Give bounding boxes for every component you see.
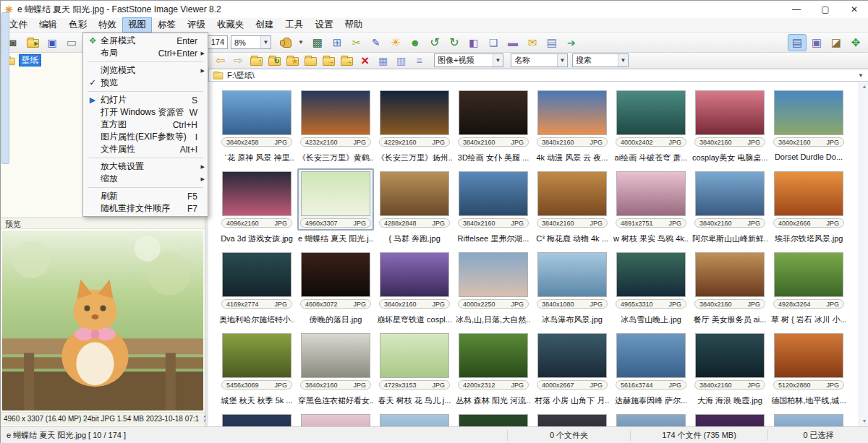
menu-创建[interactable]: 创建 <box>250 17 280 33</box>
rotate-left-button[interactable]: ↺ <box>425 34 444 51</box>
thumbnail-cell[interactable]: 3840x2458JPG゛花 原神 风景 神里... <box>218 85 295 166</box>
delete-button[interactable]: × <box>356 53 374 68</box>
thumbnail-image[interactable] <box>537 333 607 378</box>
thumbnail-image[interactable] <box>301 414 370 426</box>
thumbnail-cell[interactable] <box>692 409 768 426</box>
close-button[interactable]: ✕ <box>840 1 868 18</box>
thumbnail-cell[interactable]: 3840x2160JPG穿黑色连衣裙好看女... <box>297 328 374 409</box>
menu-magnifier[interactable]: 放大镜设置▶ <box>83 160 208 173</box>
open-file-button[interactable]: ▸ <box>23 34 42 51</box>
fullscreen-button[interactable]: ✥ <box>846 34 865 51</box>
red-eye-removal-button[interactable]: ☻ <box>406 34 425 51</box>
detail-view-button[interactable]: ▥ <box>392 53 410 68</box>
menu-帮助[interactable]: 帮助 <box>339 17 369 33</box>
menu-preview[interactable]: ✓预览 <box>83 77 208 89</box>
refresh-folder-button[interactable]: ↻ <box>265 53 284 68</box>
viewer-mode-button[interactable]: ▣ <box>807 34 826 51</box>
maximize-button[interactable]: ▢ <box>811 1 840 18</box>
search-select[interactable]: 搜索 ▼ <box>572 53 629 67</box>
scroll-up-icon[interactable]: ▲ <box>859 82 868 92</box>
thumbnail-cell[interactable]: 3840x2160JPGC³ 梅花鹿 动物 4k ... <box>534 166 610 247</box>
sort-select[interactable]: 名称 ▼ <box>511 53 568 67</box>
slideshow-button[interactable]: ▭ <box>62 34 81 51</box>
thumbnail-cell[interactable]: 4096x2160JPGDva 3d 游戏女孩.jpg <box>218 166 295 247</box>
thumbnail-image[interactable] <box>301 252 370 297</box>
list-view-button[interactable]: ≡ <box>410 53 428 68</box>
draw-board-button[interactable]: ✎ <box>367 34 386 51</box>
thumbnail-cell[interactable]: 5616x3744JPG达赫施泰因峰 萨尔... <box>613 328 689 409</box>
thumbnail-image[interactable] <box>459 171 528 216</box>
menu-exif[interactable]: 图片属性(EXIF参数等)I <box>83 131 208 143</box>
menu-评级[interactable]: 评级 <box>182 17 211 33</box>
thumbnail-view-button[interactable]: ▦ <box>374 53 392 68</box>
menu-refresh[interactable]: 刷新F5 <box>83 190 208 202</box>
menu-shuffle[interactable]: 随机重排文件顺序F7 <box>83 202 208 215</box>
thumbnail-cell[interactable]: 4960x3307JPGe 蝴蝶结 夏天 阳光.j... <box>297 166 374 247</box>
menu-layout[interactable]: 布局Ctrl+Enter▶ <box>83 47 208 59</box>
thumbnail-image[interactable] <box>774 171 843 216</box>
scroll-down-icon[interactable]: ▼ <box>859 416 868 426</box>
thumbnail-cell[interactable]: 3840x2160JPG餐厅 美女服务员 ai... <box>692 247 768 328</box>
menu-zoom[interactable]: 缩放▶ <box>83 173 208 185</box>
thumbnail-image[interactable] <box>616 252 686 297</box>
screen-capture-button[interactable]: ❏ <box>484 34 503 51</box>
minimize-button[interactable]: — <box>782 1 811 18</box>
thumbnail-cell[interactable] <box>613 409 689 426</box>
thumbnail-image[interactable] <box>537 171 607 216</box>
menu-特效[interactable]: 特效 <box>93 17 122 33</box>
thumbnail-cell[interactable]: 4169x2774JPG奥地利哈尔施塔特小... <box>218 247 295 328</box>
thumbnail-image[interactable] <box>459 414 528 426</box>
thumbnail-cell[interactable] <box>455 409 532 426</box>
menu-file-props[interactable]: 文件属性Alt+I <box>83 143 208 155</box>
thumbnail-cell[interactable]: 3840x2160JPGRiffelsee 里弗尔湖... <box>455 166 532 247</box>
thumbnail-image[interactable] <box>380 333 449 378</box>
thumbnail-image[interactable] <box>380 90 449 135</box>
crop-board-button[interactable]: ✂ <box>347 34 366 51</box>
pan-tool-button[interactable] <box>277 34 296 51</box>
rotate-right-button[interactable]: ↻ <box>445 34 464 51</box>
thumbnail-cell[interactable]: 3840x2160JPG大海 海浪 晚霞.jpg <box>692 328 768 409</box>
save-as-button[interactable]: ▣ <box>43 34 61 51</box>
thumbnail-cell[interactable]: 5456x3069JPG城堡 秋天 秋季 5k ... <box>218 328 295 409</box>
menu-视图[interactable]: 视图 <box>122 17 152 33</box>
thumbnail-image[interactable] <box>380 414 449 426</box>
thumbnail-image[interactable] <box>222 171 292 216</box>
menu-设置[interactable]: 设置 <box>310 17 339 33</box>
image-convert-button[interactable]: ⊞ <box>328 34 346 51</box>
compare-images-button[interactable]: ▩ <box>308 34 327 51</box>
thumbnail-cell[interactable]: 4729x3153JPG春天 树枝 花 鸟儿 j... <box>376 328 453 409</box>
thumbnail-image[interactable] <box>459 252 528 297</box>
thumbnail-cell[interactable]: 4288x2848JPG{ 马群 奔跑.jpg <box>376 166 453 247</box>
thumbnail-cell[interactable]: 4000x2250JPG冰岛,山,日落,大自然... <box>455 247 532 328</box>
menu-收藏夹[interactable]: 收藏夹 <box>211 17 250 33</box>
windowed-view-button[interactable]: ◪ <box>827 34 846 51</box>
thumbnail-cell[interactable]: 5120x2880JPG德国柏林,地平线,城... <box>770 328 847 409</box>
thumbnail-image[interactable] <box>616 90 686 135</box>
thumbnail-cell[interactable]: 3840x1080JPG冰岛瀑布风景.jpg <box>534 247 610 328</box>
tree-item-wallpaper[interactable]: 壁纸 <box>4 54 47 66</box>
thumbnail-cell[interactable]: 4000x2667JPG村落 小房 山角下 月... <box>534 328 610 409</box>
copy-to-folder-button[interactable]: → <box>320 53 338 68</box>
menu-slideshow[interactable]: ▶幻灯片S <box>83 94 208 106</box>
thumbnail-cell[interactable]: 4965x3310JPG冰岛雪山晚上.jpg <box>613 247 689 328</box>
email-button[interactable]: ✉ <box>523 34 542 51</box>
filter-select[interactable]: 图像+视频 ▼ <box>434 53 503 67</box>
thumbnail-image[interactable] <box>537 252 607 297</box>
menu-编辑[interactable]: 编辑 <box>33 17 63 33</box>
thumbnail-cell[interactable] <box>218 409 295 426</box>
adjust-colors-button[interactable]: ☀ <box>386 34 405 51</box>
thumbnail-image[interactable] <box>222 333 292 378</box>
thumbnail-image[interactable] <box>695 414 765 426</box>
new-folder-button[interactable] <box>302 53 320 68</box>
thumbnail-image[interactable] <box>537 90 607 135</box>
thumbnail-cell[interactable]: 4200x2312JPG丛林 森林 阳光 河流... <box>455 328 532 409</box>
thumbnail-image[interactable] <box>222 414 292 426</box>
forward-button[interactable]: ⇨ <box>229 53 247 68</box>
thumbnail-cell[interactable]: 4608x3072JPG傍晚的落日.jpg <box>297 247 374 328</box>
thumbnail-cell[interactable]: 4000x2402JPGai绘画 斗破苍穹 萧... <box>613 85 689 166</box>
menu-histogram[interactable]: 直方图Ctrl+H <box>83 119 208 131</box>
thumbnail-cell[interactable] <box>534 409 610 426</box>
move-to-folder-button[interactable]: → <box>338 53 356 68</box>
zoom-select[interactable]: 8% ▼ <box>231 35 271 49</box>
thumbnail-image[interactable] <box>301 90 370 135</box>
